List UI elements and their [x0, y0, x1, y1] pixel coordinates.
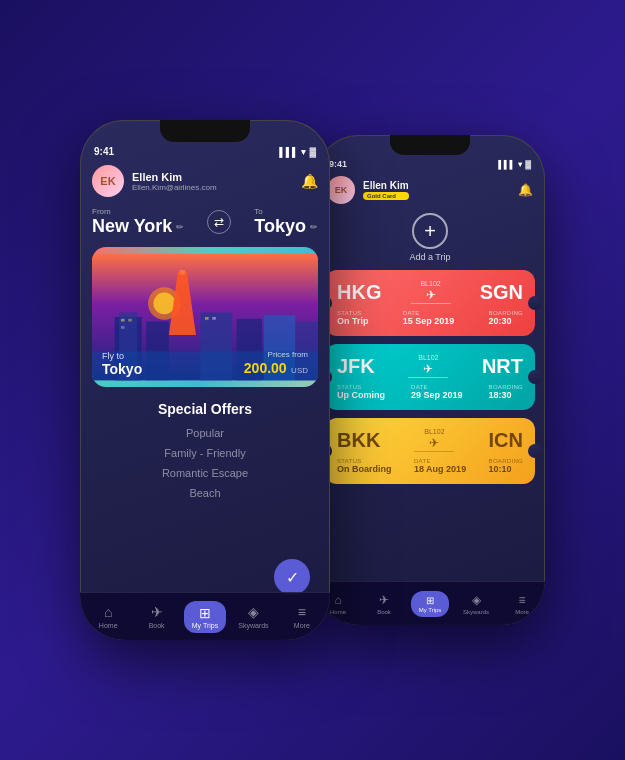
- mytrips-active-left: ⊞ My Trips: [184, 601, 226, 633]
- skywards-label-right: Skywards: [463, 609, 489, 615]
- bottom-nav-right: ⌂ Home ✈ Book ⊞ My Trips ◈ Skywards ≡ Mo…: [315, 581, 545, 625]
- home-icon-right: ⌂: [334, 593, 341, 607]
- signal-icon-right: ▌▌▌: [498, 160, 515, 169]
- flight-line-2: [408, 377, 448, 378]
- price-currency: USD: [291, 366, 308, 375]
- nav-book-left[interactable]: ✈ Book: [132, 604, 180, 629]
- svg-rect-14: [121, 326, 125, 329]
- price-section: Prices from 200.00 USD: [244, 350, 308, 377]
- status-icons-left: ▌▌▌ ▾ ▓: [279, 147, 316, 157]
- from-edit-icon[interactable]: ✏: [176, 222, 184, 232]
- offer-popular[interactable]: Popular: [92, 423, 318, 443]
- nav-more-right[interactable]: ≡ More: [499, 593, 545, 615]
- swap-button[interactable]: ⇄: [207, 210, 231, 234]
- home-label-right: Home: [330, 609, 346, 615]
- status-bar-right: 9:41 ▌▌▌ ▾ ▓: [315, 155, 545, 171]
- phone-right: 9:41 ▌▌▌ ▾ ▓ EK Ellen Kim Gold Card 🔔 +: [315, 135, 545, 625]
- more-icon-right: ≡: [518, 593, 525, 607]
- skywards-label-left: Skywards: [238, 622, 268, 629]
- flight-line-3: [414, 451, 454, 452]
- date-value-2: 29 Sep 2019: [411, 390, 463, 400]
- wifi-icon-left: ▾: [301, 147, 306, 157]
- book-label-right: Book: [377, 609, 391, 615]
- fab-button[interactable]: ✓: [274, 559, 310, 595]
- offer-family[interactable]: Family - Friendly: [92, 443, 318, 463]
- user-details-left: Ellen Kim Ellen.Kim@airlines.com: [132, 171, 217, 192]
- gold-badge: Gold Card: [363, 192, 409, 200]
- home-icon-left: ⌂: [104, 604, 112, 620]
- bell-icon-right[interactable]: 🔔: [518, 183, 533, 197]
- to-edit-icon[interactable]: ✏: [310, 222, 318, 232]
- user-name-right: Ellen Kim: [363, 180, 409, 191]
- from-airport-3: BKK: [337, 429, 380, 452]
- nav-book-right[interactable]: ✈ Book: [361, 593, 407, 615]
- offer-beach[interactable]: Beach: [92, 483, 318, 503]
- route-row: From New York ✏ ⇄ To Tokyo ✏: [92, 207, 318, 237]
- right-header: EK Ellen Kim Gold Card 🔔: [315, 171, 545, 209]
- avatar-left: EK: [92, 165, 124, 197]
- from-city: New York: [92, 216, 172, 237]
- left-header: EK Ellen Kim Ellen.Kim@airlines.com 🔔: [80, 159, 330, 203]
- offer-romantic[interactable]: Romantic Escape: [92, 463, 318, 483]
- nav-mytrips-left[interactable]: ⊞ My Trips: [181, 601, 229, 633]
- ticket-bottom-1: STATUS On Trip DATE 15 Sep 2019 BOARDING…: [337, 310, 523, 326]
- more-label-left: More: [294, 622, 310, 629]
- svg-rect-4: [180, 270, 185, 275]
- phones-container: 9:41 ▌▌▌ ▾ ▓ EK Ellen Kim Ellen.Kim@airl…: [80, 120, 545, 640]
- fab-icon: ✓: [286, 568, 299, 587]
- flight-num-3: BL102: [424, 428, 444, 435]
- destination-name: Tokyo: [102, 361, 142, 377]
- ticket-bkk-icn[interactable]: BKK BL102 ✈ ICN STATUS On Boarding DATE: [325, 418, 535, 484]
- from-airport-1: HKG: [337, 281, 381, 304]
- home-label-left: Home: [99, 622, 118, 629]
- flight-line-1: [411, 303, 451, 304]
- from-label: From: [92, 207, 184, 216]
- from-airport-2: JFK: [337, 355, 375, 378]
- tickets-container: HKG BL102 ✈ SGN STATUS On Trip DATE: [315, 270, 545, 484]
- boarding-value-2: 18:30: [489, 390, 523, 400]
- mytrips-label-left: My Trips: [192, 622, 218, 629]
- ticket-bottom-3: STATUS On Boarding DATE 18 Aug 2019 BOAR…: [337, 458, 523, 474]
- status-group-3: STATUS On Boarding: [337, 458, 392, 474]
- status-value-2: Up Coming: [337, 390, 385, 400]
- mytrips-active-right: ⊞ My Trips: [411, 591, 450, 617]
- prices-from-label: Prices from: [244, 350, 308, 359]
- flight-info-3: BL102 ✈: [414, 428, 454, 452]
- ticket-top-1: HKG BL102 ✈ SGN: [337, 280, 523, 304]
- svg-point-2: [153, 293, 175, 315]
- date-group-2: DATE 29 Sep 2019: [411, 384, 463, 400]
- ticket-jfk-nrt[interactable]: JFK BL102 ✈ NRT STATUS Up Coming DATE: [325, 344, 535, 410]
- svg-rect-12: [121, 319, 125, 322]
- flight-num-2: BL102: [418, 354, 438, 361]
- time-right: 9:41: [329, 159, 347, 169]
- add-trip-icon: +: [424, 220, 436, 243]
- nav-skywards-right[interactable]: ◈ Skywards: [453, 593, 499, 615]
- nav-skywards-left[interactable]: ◈ Skywards: [229, 604, 277, 629]
- svg-rect-13: [128, 319, 132, 322]
- bell-icon-left[interactable]: 🔔: [301, 173, 318, 189]
- flight-num-1: BL102: [420, 280, 440, 287]
- user-info-left: EK Ellen Kim Ellen.Kim@airlines.com: [92, 165, 217, 197]
- destination-card[interactable]: Fly to Tokyo Prices from 200.00 USD: [92, 247, 318, 387]
- mytrips-label-right: My Trips: [419, 607, 442, 613]
- wifi-icon-right: ▾: [518, 160, 522, 169]
- ticket-top-2: JFK BL102 ✈ NRT: [337, 354, 523, 378]
- price-row: 200.00 USD: [244, 359, 308, 377]
- book-icon-left: ✈: [151, 604, 163, 620]
- svg-rect-15: [205, 317, 209, 320]
- nav-more-left[interactable]: ≡ More: [278, 604, 326, 629]
- boarding-value-3: 10:10: [489, 464, 523, 474]
- ticket-bottom-2: STATUS Up Coming DATE 29 Sep 2019 BOARDI…: [337, 384, 523, 400]
- nav-home-left[interactable]: ⌂ Home: [84, 604, 132, 629]
- add-trip-button[interactable]: +: [412, 213, 448, 249]
- plane-icon-3: ✈: [429, 436, 439, 450]
- nav-mytrips-right[interactable]: ⊞ My Trips: [407, 591, 453, 617]
- mytrips-icon-right: ⊞: [426, 595, 434, 606]
- status-bar-left: 9:41 ▌▌▌ ▾ ▓: [80, 142, 330, 159]
- user-email-left: Ellen.Kim@airlines.com: [132, 183, 217, 192]
- date-group-3: DATE 18 Aug 2019: [414, 458, 466, 474]
- signal-icon-left: ▌▌▌: [279, 147, 298, 157]
- skywards-icon-right: ◈: [472, 593, 481, 607]
- ticket-hkg-sgn[interactable]: HKG BL102 ✈ SGN STATUS On Trip DATE: [325, 270, 535, 336]
- card-info: Fly to Tokyo: [102, 351, 142, 377]
